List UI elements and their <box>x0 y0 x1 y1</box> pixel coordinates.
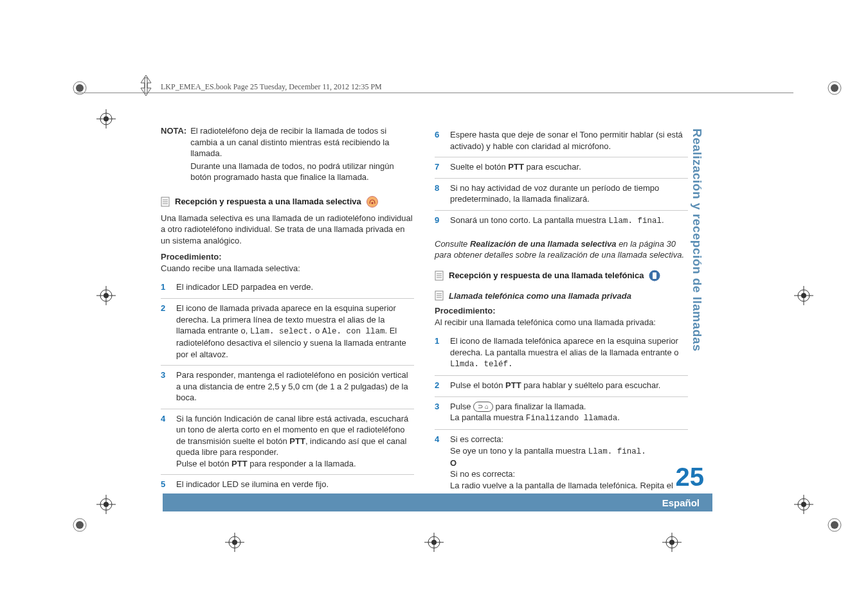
registration-icon <box>96 109 116 129</box>
crop-mark-br <box>827 517 842 533</box>
steps-list-left: 1El indicador LED parpadea en verde. 2El… <box>161 278 414 495</box>
page-number: 25 <box>676 463 705 492</box>
nota-p1: El radioteléfono deja de recibir la llam… <box>190 125 414 159</box>
crop-mark-tl <box>72 80 87 96</box>
document-icon <box>435 271 444 281</box>
proc-label: Procedimiento: <box>161 251 414 263</box>
reference-para: Consulte Realización de una llamada sele… <box>435 238 688 261</box>
registration-icon <box>662 533 682 552</box>
side-tab: Realización y recepción de llamadas <box>690 129 704 351</box>
right-column: 6Espere hasta que deje de sonar el Tono … <box>435 125 688 496</box>
steps-list-right-bottom: 1El icono de llamada telefónica aparece … <box>435 332 688 496</box>
page-header: LKP_EMEA_ES.book Page 25 Tuesday, Decemb… <box>161 82 382 92</box>
nota-p2: Durante una llamada de todos, no podrá u… <box>190 161 414 183</box>
arrow-icon <box>138 74 154 97</box>
subsection-heading: Llamada telefónica como una llamada priv… <box>435 290 688 302</box>
proc-sub: Cuando recibe una llamada selectiva: <box>161 263 414 274</box>
step-4: 4Si la función Indicación de canal libre… <box>161 409 414 475</box>
nota-body: El radioteléfono deja de recibir la llam… <box>190 125 414 184</box>
intro-para: Una llamada selectiva es una llamada de … <box>161 213 414 247</box>
section-heading-selective: Recepción y respuesta a una llamada sele… <box>161 196 414 208</box>
svg-point-5 <box>76 521 84 529</box>
crop-mark-tr <box>827 80 842 96</box>
registration-icon <box>424 533 444 552</box>
document-icon <box>161 197 170 207</box>
registration-icon <box>96 495 116 514</box>
content-area: NOTA: El radioteléfono deja de recibir l… <box>161 125 688 496</box>
svg-point-45 <box>371 202 373 204</box>
section-heading-phone: Recepción y respuesta de una llamada tel… <box>435 270 688 281</box>
step-5: 5El indicador LED se ilumina en verde fi… <box>161 475 414 495</box>
nota-label: NOTA: <box>161 125 186 184</box>
svg-point-7 <box>831 521 838 529</box>
proc-sub: Al recibir una llamada telefónica como u… <box>435 317 688 328</box>
registration-icon <box>225 533 244 552</box>
pstep-2: 2Pulse el botón PTT para hablar y suélte… <box>435 376 688 397</box>
step-8: 8Si no hay actividad de voz durante un p… <box>435 179 688 211</box>
step-1: 1El indicador LED parpadea en verde. <box>161 278 414 299</box>
header-rule <box>75 93 793 93</box>
step-2: 2El icono de llamada privada aparece en … <box>161 299 414 366</box>
left-column: NOTA: El radioteléfono deja de recibir l… <box>161 125 414 496</box>
section-title: Recepción y respuesta a una llamada sele… <box>175 196 361 208</box>
home-button-icon: ⊃ ⌂ <box>473 402 493 412</box>
proc-label: Procedimiento: <box>435 305 688 317</box>
footer-bar: Español <box>163 493 712 511</box>
svg-point-1 <box>76 84 84 92</box>
nota-block: NOTA: El radioteléfono deja de recibir l… <box>161 125 414 184</box>
crop-mark-bl <box>72 517 87 533</box>
pstep-1: 1El icono de llamada telefónica aparece … <box>435 332 688 376</box>
step-3: 3Para responder, mantenga el radioteléfo… <box>161 366 414 409</box>
footer-language: Español <box>662 497 700 508</box>
antenna-circle-icon <box>366 196 378 208</box>
registration-icon <box>794 495 813 514</box>
svg-rect-51 <box>653 272 656 279</box>
svg-point-44 <box>366 196 377 207</box>
step-6: 6Espere hasta que deje de sonar el Tono … <box>435 125 688 157</box>
pstep-3: 3Pulse ⊃ ⌂ para finalizar la llamada.La … <box>435 397 688 430</box>
registration-icon <box>96 286 116 305</box>
svg-point-3 <box>831 84 838 92</box>
step-9: 9Sonará un tono corto. La pantalla muest… <box>435 211 688 232</box>
steps-list-right-top: 6Espere hasta que deje de sonar el Tono … <box>435 125 688 232</box>
section-title: Recepción y respuesta de una llamada tel… <box>449 270 644 281</box>
step-7: 7Suelte el botón PTT para escuchar. <box>435 157 688 179</box>
pstep-4: 4Si es correcta:Se oye un tono y la pant… <box>435 430 688 496</box>
phone-circle-icon <box>649 270 660 281</box>
document-icon <box>435 290 444 301</box>
registration-icon <box>794 286 813 305</box>
subsection-title: Llamada telefónica como una llamada priv… <box>449 290 631 302</box>
